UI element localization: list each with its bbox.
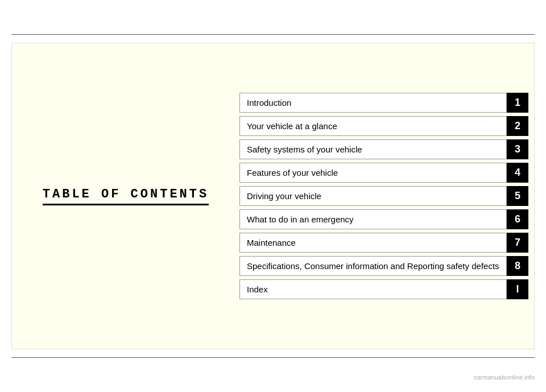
toc-number: 1 [507,93,528,113]
toc-row[interactable]: IndexI [239,279,528,299]
toc-list: Introduction1Your vehicle at a glance2Sa… [239,81,534,311]
bottom-divider [11,357,535,358]
toc-number: 4 [507,163,528,183]
toc-number: 7 [507,233,528,253]
toc-row[interactable]: Driving your vehicle5 [239,186,528,206]
top-divider [11,34,535,35]
toc-label: Features of your vehicle [239,163,507,183]
toc-label: Maintenance [239,233,507,253]
toc-label: Introduction [239,93,507,113]
toc-label: Specifications, Consumer information and… [239,256,507,276]
toc-number: 5 [507,186,528,206]
toc-row[interactable]: Introduction1 [239,93,528,113]
main-content-area: TABLE OF CONTENTS Introduction1Your vehi… [11,43,535,349]
toc-row[interactable]: Features of your vehicle4 [239,163,528,183]
watermark: carmanualsonline.info [474,374,535,381]
toc-label: Your vehicle at a glance [239,116,507,136]
toc-label: Index [239,279,507,299]
toc-row[interactable]: Your vehicle at a glance2 [239,116,528,136]
toc-number: 3 [507,139,528,159]
toc-row[interactable]: Specifications, Consumer information and… [239,256,528,276]
toc-row[interactable]: What to do in an emergency6 [239,209,528,229]
toc-title: TABLE OF CONTENTS [43,187,209,205]
toc-number: 6 [507,209,528,229]
toc-row[interactable]: Maintenance7 [239,233,528,253]
toc-label: What to do in an emergency [239,209,507,229]
toc-row[interactable]: Safety systems of your vehicle3 [239,139,528,159]
toc-label: Safety systems of your vehicle [239,139,507,159]
toc-number: I [507,279,528,299]
toc-number: 2 [507,116,528,136]
left-panel: TABLE OF CONTENTS [12,43,239,349]
toc-label: Driving your vehicle [239,186,507,206]
toc-number: 8 [507,256,528,276]
